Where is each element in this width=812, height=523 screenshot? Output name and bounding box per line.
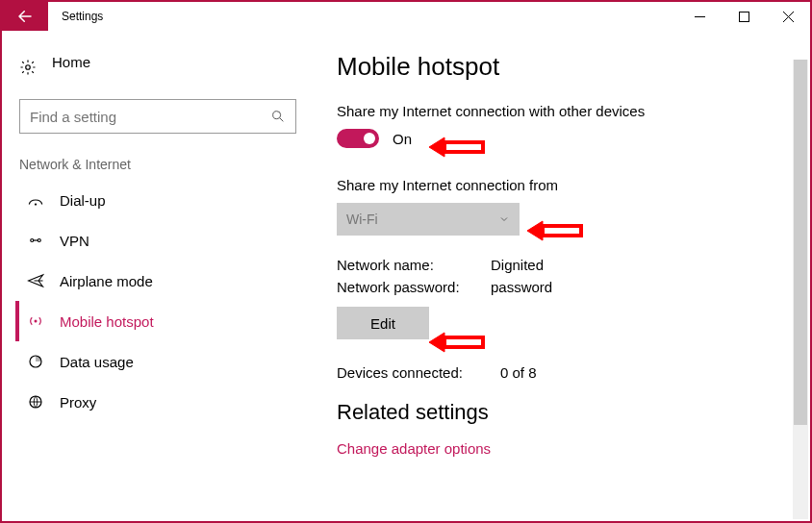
sidebar-item-label: VPN <box>60 233 89 249</box>
settings-window: Settings Home <box>0 0 812 523</box>
title-bar: Settings <box>2 2 810 31</box>
section-title: Network & Internet <box>15 151 300 180</box>
sidebar-item-proxy[interactable]: Proxy <box>15 382 300 422</box>
back-button[interactable] <box>2 2 48 31</box>
network-name-label: Network name: <box>337 257 491 273</box>
window-title: Settings <box>48 2 677 31</box>
svg-point-1 <box>26 64 31 69</box>
page-title: Mobile hotspot <box>337 52 793 82</box>
annotation-arrow <box>525 215 587 249</box>
sidebar-item-label: Airplane mode <box>60 273 153 289</box>
share-from-value: Wi-Fi <box>346 212 378 227</box>
svg-point-5 <box>38 239 40 242</box>
chevron-down-icon <box>498 213 510 225</box>
home-label: Home <box>52 54 90 70</box>
sidebar-item-mobile-hotspot[interactable]: Mobile hotspot <box>15 301 300 341</box>
maximize-icon <box>739 12 749 22</box>
svg-point-2 <box>273 112 281 119</box>
devices-connected-value: 0 of 8 <box>500 364 537 381</box>
toggle-knob <box>364 133 375 144</box>
search-box[interactable] <box>19 99 296 134</box>
change-adapter-link[interactable]: Change adapter options <box>337 440 793 457</box>
svg-point-4 <box>31 239 34 242</box>
sidebar-item-label: Dial-up <box>60 192 106 209</box>
svg-rect-16 <box>444 337 483 347</box>
close-icon <box>783 12 794 22</box>
scrollbar[interactable] <box>793 60 808 519</box>
sidebar-item-airplane-mode[interactable]: Airplane mode <box>15 261 300 301</box>
devices-connected-label: Devices connected: <box>337 364 500 381</box>
svg-point-3 <box>35 203 37 205</box>
network-name-value: Dignited <box>491 257 544 273</box>
share-connection-label: Share my Internet connection with other … <box>337 103 793 119</box>
toggle-state-label: On <box>393 131 412 147</box>
sidebar-item-vpn[interactable]: VPN <box>15 220 300 261</box>
airplane-icon <box>27 272 44 289</box>
maximize-button[interactable] <box>722 2 766 31</box>
proxy-icon <box>27 393 44 411</box>
related-settings-heading: Related settings <box>337 400 793 425</box>
svg-marker-15 <box>429 333 483 352</box>
annotation-arrow <box>427 327 489 361</box>
close-button[interactable] <box>766 2 810 31</box>
sidebar-item-data-usage[interactable]: Data usage <box>15 341 300 382</box>
minimize-icon <box>695 12 705 22</box>
sidebar-item-label: Proxy <box>60 394 96 411</box>
dial-up-icon <box>27 191 44 209</box>
sidebar-item-label: Mobile hotspot <box>60 313 154 330</box>
content-pane: Mobile hotspot Share my Internet connect… <box>310 31 810 521</box>
sidebar-item-dial-up[interactable]: Dial-up <box>15 180 300 220</box>
data-usage-icon <box>27 353 44 370</box>
svg-rect-17 <box>444 337 483 347</box>
edit-button[interactable]: Edit <box>337 307 429 339</box>
sidebar: Home Network & Internet Dial-up VPN <box>2 31 310 521</box>
svg-rect-13 <box>543 226 581 236</box>
hotspot-icon <box>27 312 44 330</box>
sidebar-item-label: Data usage <box>60 354 134 370</box>
svg-rect-14 <box>543 226 581 236</box>
svg-point-6 <box>35 320 38 323</box>
arrow-left-icon <box>16 8 34 25</box>
share-toggle[interactable] <box>337 129 379 148</box>
svg-rect-0 <box>739 12 749 21</box>
share-from-label: Share my Internet connection from <box>337 177 793 193</box>
network-password-label: Network password: <box>337 279 491 295</box>
share-from-select[interactable]: Wi-Fi <box>337 203 520 236</box>
minimize-button[interactable] <box>677 2 722 31</box>
window-controls <box>677 2 810 31</box>
vpn-icon <box>27 232 44 249</box>
network-password-value: password <box>491 279 552 295</box>
scrollbar-thumb[interactable] <box>794 60 807 425</box>
search-icon <box>270 109 286 124</box>
gear-icon <box>19 59 37 76</box>
home-nav[interactable]: Home <box>15 48 300 95</box>
search-input[interactable] <box>30 109 270 125</box>
svg-marker-12 <box>527 221 581 240</box>
